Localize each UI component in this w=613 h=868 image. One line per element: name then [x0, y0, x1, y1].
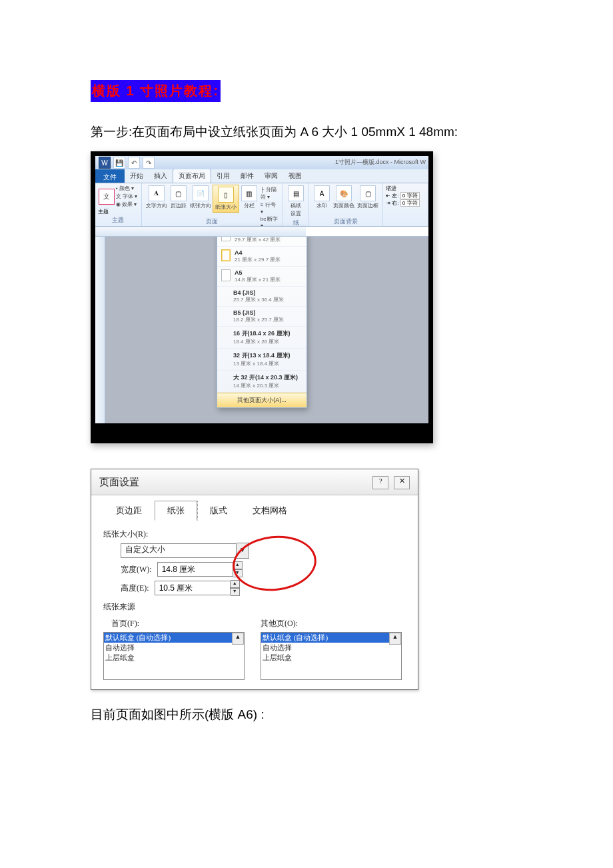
margins-button[interactable]: ▢页边距 — [169, 185, 189, 210]
list-item[interactable]: 默认纸盒 (自动选择) — [104, 633, 244, 643]
line-numbers-button[interactable]: ≡ 行号 ▾ — [261, 201, 279, 215]
paper-more-sizes[interactable]: 其他页面大小(A)... — [217, 393, 306, 407]
word-title-bar: W 💾 ↶ ↷ 1寸照片—横版.docx - Microsoft W — [95, 156, 428, 169]
tab-margins[interactable]: 页边距 — [103, 501, 155, 521]
word-screenshot: W 💾 ↶ ↷ 1寸照片—横版.docx - Microsoft W 文件 开始… — [91, 151, 433, 443]
ruler-tick: 24 — [422, 228, 427, 233]
page-border-button[interactable]: ▢页面边框 — [356, 185, 380, 210]
group-label-theme: 主题 — [98, 215, 139, 225]
first-page-listbox[interactable]: 默认纸盒 (自动选择) 自动选择 上层纸盒 ▲ — [103, 632, 245, 680]
list-item[interactable]: 自动选择 — [104, 643, 244, 653]
ruler-tick: 14 — [366, 228, 371, 233]
ruler-horizontal: 8 10 12 14 16 18 20 22 24 — [95, 227, 428, 237]
spin-up-icon[interactable]: ▲ — [233, 561, 243, 569]
paper-option-a5[interactable]: A514.8 厘米 x 21 厘米 — [217, 267, 306, 287]
effects-label[interactable]: ◉ 效果 ▾ — [116, 201, 137, 208]
ribbon-tabs: 文件 开始 插入 页面布局 引用 邮件 审阅 视图 — [95, 169, 428, 183]
other-pages-label: 其他页(O): — [261, 618, 402, 629]
ruler-tick: 18 — [388, 228, 394, 233]
tab-home[interactable]: 开始 — [125, 169, 149, 183]
ribbon: 文 ▪ 颜色 ▾ 文 字体 ▾ ◉ 效果 ▾ 主题 主题 𝐀文字方向 ▢页边距 … — [95, 183, 428, 227]
redo-icon[interactable]: ↷ — [143, 157, 155, 169]
indent-left[interactable]: ⇤ 左: 0 字符 — [386, 192, 425, 199]
page-border-icon: ▢ — [360, 185, 376, 201]
tab-grid[interactable]: 文档网格 — [240, 501, 300, 521]
tab-layout[interactable]: 页面布局 — [173, 169, 211, 183]
spin-up-icon[interactable]: ▲ — [231, 580, 240, 588]
tab-paper[interactable]: 纸张 — [155, 501, 197, 521]
save-icon[interactable]: 💾 — [113, 157, 125, 169]
height-field[interactable] — [155, 581, 231, 595]
watermark-icon: A — [314, 185, 330, 201]
height-input[interactable]: ▲▼ — [155, 580, 240, 596]
scroll-up-icon[interactable]: ▲ — [389, 633, 401, 645]
columns-icon: ▥ — [241, 185, 257, 201]
breaks-button[interactable]: ├ 分隔符 ▾ — [261, 186, 279, 201]
tab-review[interactable]: 审阅 — [259, 169, 283, 183]
watermark-button[interactable]: A水印 — [312, 185, 332, 210]
ruler-tick: 8 — [335, 228, 338, 233]
list-item[interactable]: 上层纸盒 — [104, 653, 244, 663]
tab-file[interactable]: 文件 — [95, 169, 125, 183]
paper-size-dropdown: A329.7 厘米 x 42 厘米 A421 厘米 x 29.7 厘米 A514… — [217, 226, 307, 408]
width-field[interactable] — [157, 562, 233, 577]
orientation-button[interactable]: 📄纸张方向 — [189, 185, 213, 210]
theme-button-label[interactable]: 主题 — [98, 208, 139, 215]
other-pages-listbox[interactable]: 默认纸盒 (自动选择) 自动选择 上层纸盒 ▲ — [261, 632, 402, 680]
paper-size-button[interactable]: ▯纸张大小 — [213, 185, 239, 213]
tab-insert[interactable]: 插入 — [149, 169, 173, 183]
width-input[interactable]: ▲▼ — [157, 561, 243, 577]
writing-paper-button[interactable]: ▤稿纸设置 — [286, 185, 306, 218]
ruler-tick: 16 — [377, 228, 382, 233]
close-button[interactable]: ✕ — [394, 476, 410, 489]
list-item[interactable]: 默认纸盒 (自动选择) — [261, 633, 401, 643]
paper-option-big32k[interactable]: 大 32 开(14 x 20.3 厘米)14 厘米 x 20.3 厘米 — [217, 371, 306, 393]
width-spinner[interactable]: ▲▼ — [233, 561, 243, 577]
paper-option-b5[interactable]: B5 (JIS)18.2 厘米 x 25.7 厘米 — [217, 307, 306, 327]
undo-icon[interactable]: ↶ — [128, 157, 140, 169]
tab-mailings[interactable]: 邮件 — [235, 169, 259, 183]
paper-size-combo[interactable]: 自定义大小 ▼ — [121, 543, 249, 559]
tab-references[interactable]: 引用 — [211, 169, 235, 183]
paper-option-a4[interactable]: A421 厘米 x 29.7 厘米 — [217, 247, 306, 267]
group-theme: 文 ▪ 颜色 ▾ 文 字体 ▾ ◉ 效果 ▾ 主题 主题 — [95, 183, 142, 226]
height-spinner[interactable]: ▲▼ — [231, 580, 240, 596]
tab-layout-dlg[interactable]: 版式 — [197, 501, 240, 521]
ruler-tick: 20 — [400, 228, 405, 233]
height-label: 高度(E): — [121, 583, 149, 594]
group-page-setup: 𝐀文字方向 ▢页边距 📄纸张方向 ▯纸张大小 ▥分栏 ├ 分隔符 ▾ ≡ 行号 … — [142, 183, 283, 226]
writing-paper-icon: ▤ — [288, 185, 304, 201]
indent-right[interactable]: ⇥ 右: 0 字符 — [386, 199, 425, 207]
width-label: 宽度(W): — [121, 564, 152, 575]
columns-button[interactable]: ▥分栏 — [239, 185, 259, 210]
text-direction-button[interactable]: 𝐀文字方向 — [145, 185, 169, 210]
paper-option-32k[interactable]: 32 开(13 x 18.4 厘米)13 厘米 x 18.4 厘米 — [217, 349, 306, 371]
themes-icon[interactable]: 文 — [99, 189, 115, 205]
tab-view[interactable]: 视图 — [283, 169, 307, 183]
list-item[interactable]: 自动选择 — [261, 643, 401, 653]
paper-size-label: 纸张大小(R): — [103, 529, 406, 540]
spin-down-icon[interactable]: ▼ — [231, 588, 240, 596]
page-color-icon: 🎨 — [336, 185, 352, 201]
dropdown-arrow-icon[interactable]: ▼ — [237, 543, 249, 559]
text-direction-icon: 𝐀 — [149, 185, 165, 201]
help-button[interactable]: ? — [372, 476, 388, 489]
ruler-tick: 12 — [354, 228, 360, 233]
group-background: A水印 🎨页面颜色 ▢页面边框 页面背景 — [309, 183, 383, 226]
ruler-vertical — [95, 237, 105, 423]
indent-title: 缩进 — [386, 185, 425, 192]
fonts-label[interactable]: 文 字体 ▾ — [116, 193, 137, 200]
group-label-background: 页面背景 — [309, 217, 382, 226]
paper-option-16k[interactable]: 16 开(18.4 x 26 厘米)18.4 厘米 x 26 厘米 — [217, 327, 306, 349]
ruler-tick: 10 — [344, 228, 349, 233]
spin-down-icon[interactable]: ▼ — [233, 569, 243, 577]
page-color-button[interactable]: 🎨页面颜色 — [332, 185, 356, 210]
orientation-icon: 📄 — [193, 185, 209, 201]
margins-icon: ▢ — [171, 185, 187, 201]
ruler-tick: 22 — [410, 228, 416, 233]
list-item[interactable]: 上层纸盒 — [261, 653, 401, 663]
scroll-up-icon[interactable]: ▲ — [232, 633, 244, 645]
first-page-label: 首页(F): — [111, 618, 245, 629]
colors-label[interactable]: ▪ 颜色 ▾ — [116, 185, 137, 192]
paper-option-b4[interactable]: B4 (JIS)25.7 厘米 x 36.4 厘米 — [217, 287, 306, 307]
